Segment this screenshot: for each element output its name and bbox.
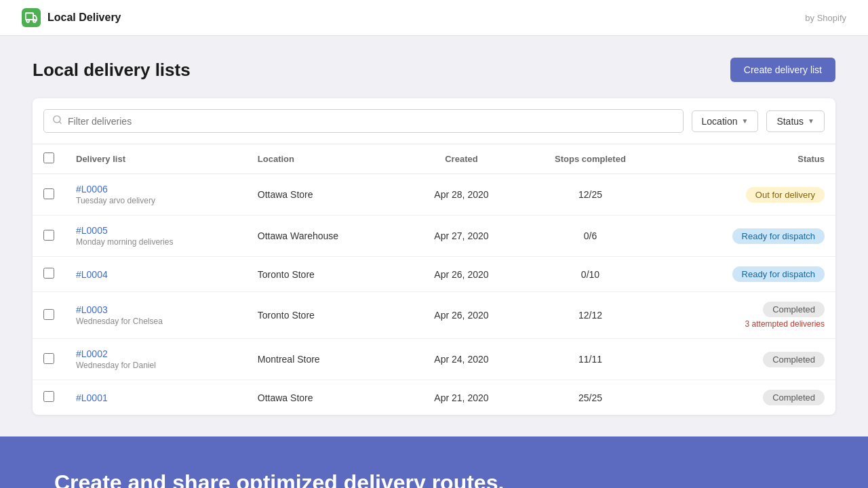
search-icon bbox=[52, 115, 62, 127]
toolbar: Location ▼ Status ▼ bbox=[33, 98, 835, 144]
status-badge: Completed bbox=[763, 302, 825, 317]
table-row: #L0001 Ottawa Store Apr 21, 2020 25/25 C… bbox=[33, 380, 835, 415]
delivery-list-card: Location ▼ Status ▼ Delivery list Locati… bbox=[33, 98, 835, 415]
row-checkbox[interactable] bbox=[43, 268, 54, 279]
location-cell: Ottawa Store bbox=[247, 174, 403, 216]
row-checkbox[interactable] bbox=[43, 188, 54, 199]
location-cell: Ottawa Warehouse bbox=[247, 216, 403, 257]
delivery-id-link[interactable]: #L0001 bbox=[76, 392, 108, 403]
status-cell: Completed 3 attempted deliveries bbox=[661, 292, 835, 339]
footer-banner-text: Create and share optimized delivery rout… bbox=[54, 470, 814, 488]
col-stops: Stops completed bbox=[519, 144, 661, 174]
logo-icon bbox=[22, 8, 41, 27]
table-row: #L0006 Tuesday arvo delivery Ottawa Stor… bbox=[33, 174, 835, 216]
row-checkbox-cell[interactable] bbox=[33, 174, 65, 216]
page-header: Local delivery lists Create delivery lis… bbox=[33, 58, 835, 82]
by-shopify-label: by Shopify bbox=[805, 13, 846, 23]
chevron-down-icon: ▼ bbox=[741, 117, 748, 125]
row-checkbox-cell[interactable] bbox=[33, 292, 65, 339]
page-title: Local delivery lists bbox=[33, 60, 191, 81]
stops-cell: 11/11 bbox=[519, 339, 661, 380]
app-title: Local Delivery bbox=[47, 12, 121, 24]
status-cell: Ready for dispatch bbox=[661, 216, 835, 257]
search-input[interactable] bbox=[68, 116, 675, 127]
logo-area: Local Delivery bbox=[22, 8, 121, 27]
status-badge: Out for delivery bbox=[746, 187, 825, 203]
status-cell: Ready for dispatch bbox=[661, 257, 835, 292]
location-cell: Montreal Store bbox=[247, 339, 403, 380]
delivery-id-link[interactable]: #L0005 bbox=[76, 225, 108, 236]
delivery-list-cell: #L0004 bbox=[65, 257, 247, 292]
select-all-checkbox[interactable] bbox=[43, 152, 54, 163]
app-header: Local Delivery by Shopify bbox=[0, 0, 868, 36]
attempted-label: 3 attempted deliveries bbox=[672, 319, 825, 329]
status-cell: Completed bbox=[661, 380, 835, 415]
row-checkbox[interactable] bbox=[43, 230, 54, 241]
row-checkbox-cell[interactable] bbox=[33, 380, 65, 415]
search-field-wrap[interactable] bbox=[43, 109, 684, 133]
row-checkbox-cell[interactable] bbox=[33, 257, 65, 292]
col-delivery-list: Delivery list bbox=[65, 144, 247, 174]
delivery-list-cell: #L0001 bbox=[65, 380, 247, 415]
created-cell: Apr 28, 2020 bbox=[403, 174, 519, 216]
created-cell: Apr 21, 2020 bbox=[403, 380, 519, 415]
stops-cell: 25/25 bbox=[519, 380, 661, 415]
footer-banner: Create and share optimized delivery rout… bbox=[0, 436, 868, 488]
chevron-down-icon: ▼ bbox=[808, 117, 814, 125]
delivery-list-cell: #L0002 Wednesday for Daniel bbox=[65, 339, 247, 380]
row-checkbox-cell[interactable] bbox=[33, 339, 65, 380]
delivery-table: Delivery list Location Created Stops com… bbox=[33, 144, 835, 415]
delivery-list-cell: #L0005 Monday morning deliveries bbox=[65, 216, 247, 257]
delivery-id-link[interactable]: #L0004 bbox=[76, 269, 108, 280]
svg-point-1 bbox=[26, 20, 29, 22]
delivery-name: Wednesday for Daniel bbox=[76, 361, 236, 370]
table-row: #L0005 Monday morning deliveries Ottawa … bbox=[33, 216, 835, 257]
status-badge: Completed bbox=[763, 390, 825, 405]
delivery-name: Tuesday arvo delivery bbox=[76, 196, 236, 205]
create-delivery-list-button[interactable]: Create delivery list bbox=[730, 58, 835, 82]
delivery-id-link[interactable]: #L0006 bbox=[76, 184, 108, 195]
row-checkbox[interactable] bbox=[43, 353, 54, 364]
delivery-id-link[interactable]: #L0003 bbox=[76, 304, 108, 315]
stops-cell: 0/10 bbox=[519, 257, 661, 292]
delivery-list-cell: #L0003 Wednesday for Chelsea bbox=[65, 292, 247, 339]
status-badge: Completed bbox=[763, 352, 825, 367]
created-cell: Apr 27, 2020 bbox=[403, 216, 519, 257]
location-cell: Toronto Store bbox=[247, 257, 403, 292]
row-checkbox[interactable] bbox=[43, 391, 54, 402]
col-location: Location bbox=[247, 144, 403, 174]
col-created: Created bbox=[403, 144, 519, 174]
delivery-name: Wednesday for Chelsea bbox=[76, 317, 236, 326]
created-cell: Apr 26, 2020 bbox=[403, 292, 519, 339]
stops-cell: 12/25 bbox=[519, 174, 661, 216]
svg-rect-0 bbox=[26, 13, 33, 20]
select-all-header[interactable] bbox=[33, 144, 65, 174]
status-filter-button[interactable]: Status ▼ bbox=[766, 110, 825, 132]
delivery-list-cell: #L0006 Tuesday arvo delivery bbox=[65, 174, 247, 216]
svg-line-4 bbox=[59, 121, 61, 123]
table-row: #L0002 Wednesday for Daniel Montreal Sto… bbox=[33, 339, 835, 380]
table-header-row: Delivery list Location Created Stops com… bbox=[33, 144, 835, 174]
delivery-name: Monday morning deliveries bbox=[76, 237, 236, 247]
stops-cell: 0/6 bbox=[519, 216, 661, 257]
delivery-id-link[interactable]: #L0002 bbox=[76, 348, 108, 359]
status-badge: Ready for dispatch bbox=[732, 266, 825, 282]
status-cell: Completed bbox=[661, 339, 835, 380]
table-row: #L0003 Wednesday for Chelsea Toronto Sto… bbox=[33, 292, 835, 339]
svg-point-2 bbox=[33, 20, 36, 22]
status-cell: Out for delivery bbox=[661, 174, 835, 216]
status-badge: Ready for dispatch bbox=[732, 228, 825, 244]
row-checkbox[interactable] bbox=[43, 309, 54, 320]
row-checkbox-cell[interactable] bbox=[33, 216, 65, 257]
main-content: Local delivery lists Create delivery lis… bbox=[0, 36, 868, 436]
stops-cell: 12/12 bbox=[519, 292, 661, 339]
table-body: #L0006 Tuesday arvo delivery Ottawa Stor… bbox=[33, 174, 835, 415]
location-filter-button[interactable]: Location ▼ bbox=[692, 110, 759, 132]
created-cell: Apr 26, 2020 bbox=[403, 257, 519, 292]
location-cell: Toronto Store bbox=[247, 292, 403, 339]
col-status: Status bbox=[661, 144, 835, 174]
location-cell: Ottawa Store bbox=[247, 380, 403, 415]
created-cell: Apr 24, 2020 bbox=[403, 339, 519, 380]
table-row: #L0004 Toronto Store Apr 26, 2020 0/10 R… bbox=[33, 257, 835, 292]
